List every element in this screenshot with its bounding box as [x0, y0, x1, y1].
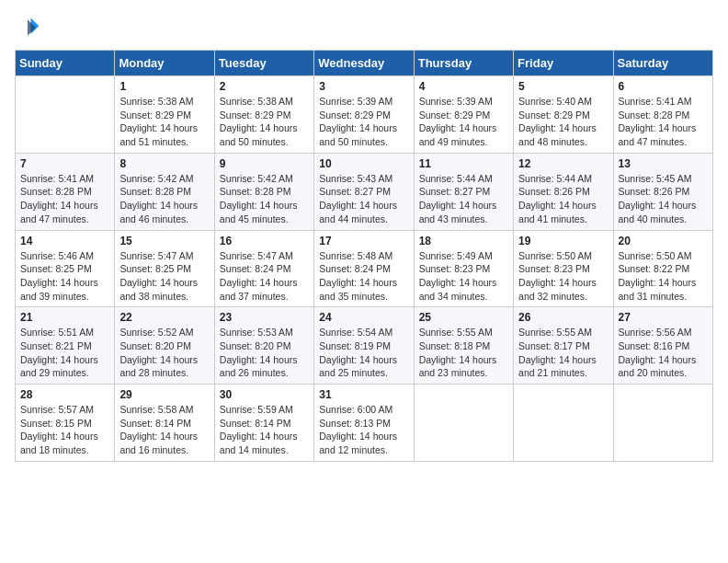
day-info: Sunrise: 5:44 AM Sunset: 8:27 PM Dayligh…	[419, 172, 508, 226]
calendar-week-row: 28Sunrise: 5:57 AM Sunset: 8:15 PM Dayli…	[16, 385, 713, 462]
calendar-cell: 5Sunrise: 5:40 AM Sunset: 8:29 PM Daylig…	[514, 76, 613, 154]
calendar-cell: 9Sunrise: 5:42 AM Sunset: 8:28 PM Daylig…	[214, 153, 313, 230]
day-info: Sunrise: 5:42 AM Sunset: 8:28 PM Dayligh…	[220, 172, 309, 226]
day-header-wednesday: Wednesday	[314, 51, 414, 76]
calendar-cell	[16, 76, 115, 154]
day-number: 12	[518, 157, 608, 170]
header	[15, 15, 713, 40]
day-number: 25	[419, 311, 508, 324]
day-info: Sunrise: 5:48 AM Sunset: 8:24 PM Dayligh…	[319, 249, 408, 304]
calendar-cell: 27Sunrise: 5:56 AM Sunset: 8:16 PM Dayli…	[613, 307, 712, 385]
day-number: 8	[119, 157, 209, 170]
day-info: Sunrise: 5:59 AM Sunset: 8:14 PM Dayligh…	[220, 403, 309, 457]
calendar-cell: 24Sunrise: 5:54 AM Sunset: 8:19 PM Dayli…	[314, 307, 414, 385]
day-info: Sunrise: 5:50 AM Sunset: 8:23 PM Dayligh…	[518, 249, 608, 304]
day-number: 23	[220, 311, 309, 324]
day-info: Sunrise: 5:46 AM Sunset: 8:25 PM Dayligh…	[20, 249, 109, 304]
day-number: 29	[119, 388, 209, 401]
calendar-cell: 21Sunrise: 5:51 AM Sunset: 8:21 PM Dayli…	[16, 307, 115, 385]
calendar-cell: 7Sunrise: 5:41 AM Sunset: 8:28 PM Daylig…	[16, 153, 115, 230]
calendar-cell: 2Sunrise: 5:38 AM Sunset: 8:29 PM Daylig…	[214, 76, 313, 154]
day-info: Sunrise: 5:55 AM Sunset: 8:17 PM Dayligh…	[518, 326, 608, 380]
day-info: Sunrise: 5:41 AM Sunset: 8:28 PM Dayligh…	[619, 95, 708, 149]
day-number: 30	[220, 388, 309, 401]
day-info: Sunrise: 5:41 AM Sunset: 8:28 PM Dayligh…	[20, 172, 109, 226]
day-info: Sunrise: 5:57 AM Sunset: 8:15 PM Dayligh…	[20, 403, 109, 457]
day-number: 21	[20, 311, 109, 324]
day-info: Sunrise: 5:45 AM Sunset: 8:26 PM Dayligh…	[619, 172, 708, 226]
day-info: Sunrise: 5:55 AM Sunset: 8:18 PM Dayligh…	[419, 326, 508, 380]
day-number: 6	[619, 80, 708, 93]
day-number: 14	[20, 235, 109, 247]
calendar-cell: 10Sunrise: 5:43 AM Sunset: 8:27 PM Dayli…	[314, 153, 414, 230]
day-info: Sunrise: 5:44 AM Sunset: 8:26 PM Dayligh…	[518, 172, 608, 226]
day-number: 17	[319, 235, 408, 247]
calendar-cell: 31Sunrise: 6:00 AM Sunset: 8:13 PM Dayli…	[314, 385, 414, 462]
day-number: 15	[119, 235, 209, 247]
calendar-cell	[613, 385, 712, 462]
calendar-cell: 16Sunrise: 5:47 AM Sunset: 8:24 PM Dayli…	[214, 230, 313, 307]
day-number: 13	[619, 157, 708, 170]
day-number: 28	[20, 388, 109, 401]
day-number: 19	[518, 235, 608, 247]
day-info: Sunrise: 5:39 AM Sunset: 8:29 PM Dayligh…	[419, 95, 508, 149]
calendar-cell: 28Sunrise: 5:57 AM Sunset: 8:15 PM Dayli…	[16, 385, 115, 462]
calendar-cell: 20Sunrise: 5:50 AM Sunset: 8:22 PM Dayli…	[613, 230, 712, 307]
day-number: 1	[119, 80, 209, 93]
day-info: Sunrise: 5:40 AM Sunset: 8:29 PM Dayligh…	[518, 95, 608, 149]
day-info: Sunrise: 6:00 AM Sunset: 8:13 PM Dayligh…	[319, 403, 408, 457]
day-number: 16	[220, 235, 309, 247]
calendar-cell: 1Sunrise: 5:38 AM Sunset: 8:29 PM Daylig…	[115, 76, 214, 154]
day-number: 26	[518, 311, 608, 324]
calendar-cell	[514, 385, 613, 462]
calendar-cell	[414, 385, 513, 462]
day-info: Sunrise: 5:54 AM Sunset: 8:19 PM Dayligh…	[319, 326, 408, 380]
day-number: 2	[220, 80, 309, 93]
calendar-cell: 30Sunrise: 5:59 AM Sunset: 8:14 PM Dayli…	[214, 385, 313, 462]
calendar-cell: 14Sunrise: 5:46 AM Sunset: 8:25 PM Dayli…	[16, 230, 115, 307]
calendar: SundayMondayTuesdayWednesdayThursdayFrid…	[15, 50, 713, 462]
day-header-friday: Friday	[514, 51, 613, 76]
day-number: 3	[319, 80, 408, 93]
day-info: Sunrise: 5:38 AM Sunset: 8:29 PM Dayligh…	[119, 95, 209, 149]
calendar-cell: 17Sunrise: 5:48 AM Sunset: 8:24 PM Dayli…	[314, 230, 414, 307]
day-info: Sunrise: 5:52 AM Sunset: 8:20 PM Dayligh…	[119, 326, 209, 380]
day-info: Sunrise: 5:50 AM Sunset: 8:22 PM Dayligh…	[619, 249, 708, 304]
day-number: 9	[220, 157, 309, 170]
day-number: 11	[419, 157, 508, 170]
calendar-cell: 6Sunrise: 5:41 AM Sunset: 8:28 PM Daylig…	[613, 76, 712, 154]
calendar-cell: 19Sunrise: 5:50 AM Sunset: 8:23 PM Dayli…	[514, 230, 613, 307]
calendar-week-row: 14Sunrise: 5:46 AM Sunset: 8:25 PM Dayli…	[16, 230, 713, 307]
calendar-week-row: 1Sunrise: 5:38 AM Sunset: 8:29 PM Daylig…	[16, 76, 713, 154]
calendar-cell: 12Sunrise: 5:44 AM Sunset: 8:26 PM Dayli…	[514, 153, 613, 230]
day-info: Sunrise: 5:42 AM Sunset: 8:28 PM Dayligh…	[119, 172, 209, 226]
day-info: Sunrise: 5:47 AM Sunset: 8:25 PM Dayligh…	[119, 249, 209, 304]
calendar-cell: 3Sunrise: 5:39 AM Sunset: 8:29 PM Daylig…	[314, 76, 414, 154]
day-number: 31	[319, 388, 408, 401]
day-info: Sunrise: 5:58 AM Sunset: 8:14 PM Dayligh…	[119, 403, 209, 457]
day-info: Sunrise: 5:38 AM Sunset: 8:29 PM Dayligh…	[220, 95, 309, 149]
day-number: 7	[20, 157, 109, 170]
day-info: Sunrise: 5:51 AM Sunset: 8:21 PM Dayligh…	[20, 326, 109, 380]
calendar-cell: 22Sunrise: 5:52 AM Sunset: 8:20 PM Dayli…	[115, 307, 214, 385]
day-header-thursday: Thursday	[414, 51, 513, 76]
calendar-cell: 15Sunrise: 5:47 AM Sunset: 8:25 PM Dayli…	[115, 230, 214, 307]
day-number: 10	[319, 157, 408, 170]
calendar-cell: 25Sunrise: 5:55 AM Sunset: 8:18 PM Dayli…	[414, 307, 513, 385]
day-number: 5	[518, 80, 608, 93]
day-number: 18	[419, 235, 508, 247]
day-number: 24	[319, 311, 408, 324]
day-number: 22	[119, 311, 209, 324]
calendar-week-row: 21Sunrise: 5:51 AM Sunset: 8:21 PM Dayli…	[16, 307, 713, 385]
calendar-cell: 18Sunrise: 5:49 AM Sunset: 8:23 PM Dayli…	[414, 230, 513, 307]
day-header-tuesday: Tuesday	[214, 51, 313, 76]
calendar-cell: 26Sunrise: 5:55 AM Sunset: 8:17 PM Dayli…	[514, 307, 613, 385]
day-info: Sunrise: 5:39 AM Sunset: 8:29 PM Dayligh…	[319, 95, 408, 149]
day-info: Sunrise: 5:53 AM Sunset: 8:20 PM Dayligh…	[220, 326, 309, 380]
day-info: Sunrise: 5:43 AM Sunset: 8:27 PM Dayligh…	[319, 172, 408, 226]
calendar-cell: 4Sunrise: 5:39 AM Sunset: 8:29 PM Daylig…	[414, 76, 513, 154]
calendar-header-row: SundayMondayTuesdayWednesdayThursdayFrid…	[16, 51, 713, 76]
day-header-monday: Monday	[115, 51, 214, 76]
day-info: Sunrise: 5:56 AM Sunset: 8:16 PM Dayligh…	[619, 326, 708, 380]
calendar-cell: 29Sunrise: 5:58 AM Sunset: 8:14 PM Dayli…	[115, 385, 214, 462]
